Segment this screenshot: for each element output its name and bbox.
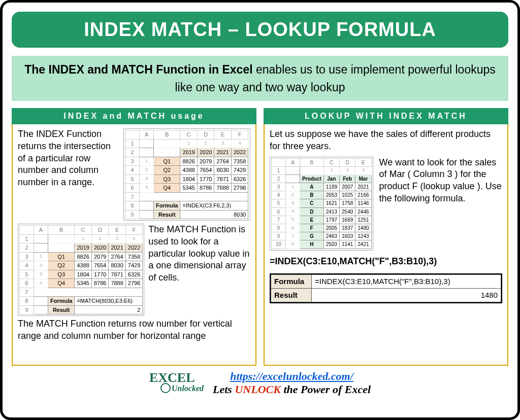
right-table-row: ABCDE11232ProductJanFebMar31A11892007202… (270, 157, 502, 251)
right-body: Let us suppose we have the sales of diff… (264, 124, 508, 366)
subtitle-band: The INDEX and MATCH Function in Excel en… (12, 56, 508, 101)
result-formula-label: Formula (271, 275, 312, 289)
match-row: ABCDEF112342201920202021202231Q188262079… (18, 224, 250, 316)
subtitle-bold: The INDEX and MATCH Function in Excel (24, 63, 252, 76)
match-table: ABCDEF112342201920202021202231Q188262079… (19, 225, 143, 314)
left-heading: INDEX and MATCH usage (12, 108, 256, 124)
result-box: Formula=INDEX(C3:E10,MATCH("F",B3:B10),3… (270, 273, 502, 303)
products-table-wrap: ABCDE11232ProductJanFebMar31A11892007202… (270, 157, 373, 251)
index-table-wrap: ABCDEF112342201920202021202231Q188262079… (123, 128, 250, 221)
slogan-pre: Lets (213, 383, 235, 396)
right-intro: Let us suppose we have the sales of diff… (270, 128, 502, 153)
result-result-label: Result (271, 289, 312, 302)
columns: INDEX and MATCH usage The INDEX Function… (12, 108, 508, 366)
slogan-unlock: UNLOCK (235, 383, 280, 396)
result-result-val: 1480 (312, 289, 501, 302)
logo-bottom: Unlocked (160, 384, 204, 394)
products-table: ABCDE11232ProductJanFebMar31A11892007202… (271, 158, 372, 249)
index-table: ABCDEF112342201920202021202231Q188262079… (125, 130, 248, 219)
slogan-post: the Power of Excel (281, 383, 371, 396)
left-column: INDEX and MATCH usage The INDEX Function… (12, 108, 256, 366)
result-formula-val: =INDEX(C3:E10,MATCH("F",B3:B10),3) (312, 275, 501, 289)
right-column: LOOKUP WITH INDEX MATCH Let us suppose w… (264, 108, 508, 366)
footer-text: https://excelunlocked.com/ Lets UNLOCK t… (213, 370, 371, 396)
left-body: The INDEX Function returns the intersect… (12, 124, 256, 366)
footer-link[interactable]: https://excelunlocked.com/ (230, 370, 353, 382)
result-table: Formula=INDEX(C3:E10,MATCH("F",B3:B10),3… (271, 274, 501, 302)
match-desc: The MATCH Function is used to look for a… (148, 224, 250, 316)
footer-slogan: Lets UNLOCK the Power of Excel (213, 383, 371, 396)
logo: EXCEL Unlocked (149, 372, 204, 394)
right-want: We want to look for the sales of Mar ( C… (379, 157, 502, 251)
logo-top: EXCEL (149, 370, 195, 385)
lock-icon (160, 383, 171, 393)
match-table-wrap: ABCDEF112342201920202021202231Q188262079… (18, 224, 144, 316)
page-frame: INDEX MATCH – LOOKUP FORMULA The INDEX a… (0, 0, 520, 420)
footer: EXCEL Unlocked https://excelunlocked.com… (12, 370, 508, 396)
index-row: The INDEX Function returns the intersect… (18, 128, 250, 221)
right-heading: LOOKUP WITH INDEX MATCH (264, 108, 508, 124)
match-note: The MATCH Function returns row number fo… (18, 318, 250, 342)
index-desc: The INDEX Function returns the intersect… (18, 128, 119, 221)
title-banner: INDEX MATCH – LOOKUP FORMULA (12, 12, 508, 48)
main-formula: =INDEX(C3:E10,MATCH("F",B3:B10),3) (270, 256, 502, 268)
